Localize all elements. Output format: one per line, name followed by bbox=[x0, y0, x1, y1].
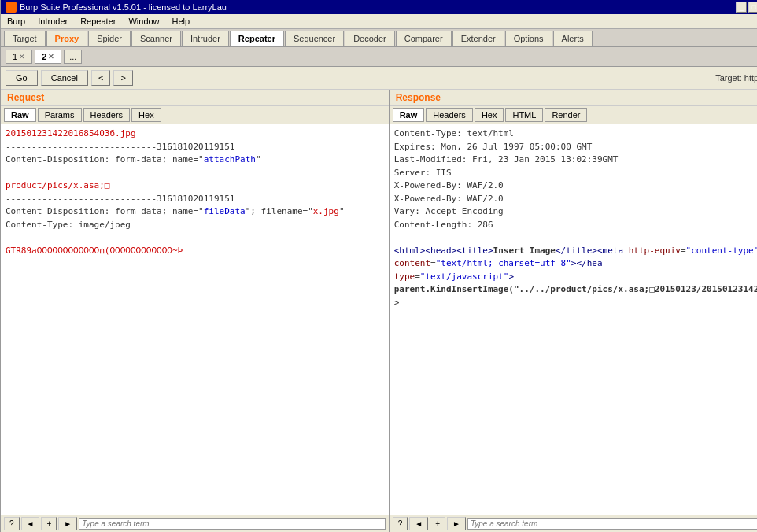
response-line-4: Server: IIS bbox=[394, 167, 757, 180]
response-search-next-plus[interactable]: + bbox=[430, 517, 445, 530]
response-tab-render[interactable]: Render bbox=[545, 108, 587, 122]
content-area: 1 ✕ 2 ✕ ... Go Cancel < > Target: http:/… bbox=[1, 47, 757, 532]
tab-extender[interactable]: Extender bbox=[452, 31, 504, 46]
response-search-input[interactable] bbox=[467, 518, 757, 530]
back-arrow[interactable]: < bbox=[91, 70, 110, 86]
tab1-close[interactable]: ✕ bbox=[19, 53, 25, 61]
repeater-tab-more[interactable]: ... bbox=[64, 50, 82, 64]
menu-window[interactable]: Window bbox=[125, 16, 162, 27]
menu-help[interactable]: Help bbox=[169, 16, 194, 27]
response-panel-content[interactable]: Content-Type: text/html Expires: Mon, 26… bbox=[390, 124, 757, 515]
tab-alerts[interactable]: Alerts bbox=[553, 31, 593, 46]
request-tab-hex[interactable]: Hex bbox=[131, 108, 161, 122]
request-line-4 bbox=[6, 167, 384, 180]
burp-main: Burp Suite Professional v1.5.01 - licens… bbox=[1, 0, 757, 532]
response-line-10: <html><head><title>Insert Image</title><… bbox=[394, 245, 757, 271]
response-search-bar: ? ◄ + ► bbox=[390, 515, 757, 532]
request-search-next-plus[interactable]: + bbox=[41, 517, 57, 530]
request-search-bar: ? ◄ + ► bbox=[1, 515, 389, 532]
main-tab-bar: Target Proxy Spider Scanner Intruder Rep… bbox=[1, 29, 757, 47]
tab-repeater[interactable]: Repeater bbox=[230, 31, 284, 46]
response-line-9 bbox=[394, 231, 757, 245]
response-line-7: Vary: Accept-Encoding bbox=[394, 205, 757, 219]
request-response-panels: Request Raw Params Headers Hex 201501231… bbox=[1, 90, 757, 532]
response-line-6: X-Powered-By: WAF/2.0 bbox=[394, 193, 757, 206]
tab-scanner[interactable]: Scanner bbox=[131, 31, 181, 46]
forward-arrow[interactable]: > bbox=[113, 70, 132, 86]
response-line-13: > bbox=[394, 297, 757, 310]
request-tab-raw[interactable]: Raw bbox=[4, 108, 36, 122]
tab-sequencer[interactable]: Sequencer bbox=[285, 31, 344, 46]
request-panel: Request Raw Params Headers Hex 201501231… bbox=[1, 90, 390, 532]
response-line-5: X-Powered-By: WAF/2.0 bbox=[394, 179, 757, 193]
repeater-toolbar: Go Cancel < > Target: http://w bbox=[1, 67, 757, 90]
request-search-next[interactable]: ► bbox=[58, 517, 77, 530]
tab-intruder[interactable]: Intruder bbox=[182, 31, 229, 46]
target-label: Target: http://w bbox=[715, 73, 757, 83]
response-line-11: type="text/javascript"> bbox=[394, 271, 757, 284]
request-tab-headers[interactable]: Headers bbox=[83, 108, 131, 122]
tab-decoder[interactable]: Decoder bbox=[345, 31, 395, 46]
request-search-question[interactable]: ? bbox=[4, 517, 20, 530]
response-line-2: Expires: Mon, 26 Jul 1997 05:00:00 GMT bbox=[394, 141, 757, 154]
response-search-next[interactable]: ► bbox=[447, 517, 466, 530]
response-panel-title: Response bbox=[390, 90, 757, 106]
window-controls: _ □ ✕ bbox=[736, 2, 757, 13]
request-line-10: GTR89aΩΩΩΩΩΩΩΩΩΩΩΩ∩(ΩΩΩΩΩΩΩΩΩΩΩΩ~Þ bbox=[6, 245, 384, 258]
request-line-2: -----------------------------31618102011… bbox=[6, 141, 384, 154]
burp-menu-bar: Burp Intruder Repeater Window Help bbox=[1, 14, 757, 29]
request-tab-params[interactable]: Params bbox=[38, 108, 82, 122]
repeater-tab-2[interactable]: 2 ✕ bbox=[35, 50, 61, 64]
request-line-5: product/pics/x.asa;□ bbox=[6, 179, 384, 193]
tab-comparer[interactable]: Comparer bbox=[396, 31, 452, 46]
response-panel: Response Raw Headers Hex HTML Render Con… bbox=[390, 90, 757, 532]
go-button[interactable]: Go bbox=[6, 70, 38, 86]
repeater-tab-1[interactable]: 1 ✕ bbox=[6, 50, 32, 64]
tab-target[interactable]: Target bbox=[4, 31, 46, 46]
tab-options[interactable]: Options bbox=[505, 31, 552, 46]
title-bar-left: Burp Suite Professional v1.5.01 - licens… bbox=[6, 2, 227, 13]
request-line-1: 20150123142201685403б.jpg bbox=[6, 127, 384, 141]
request-panel-content[interactable]: 20150123142201685403б.jpg --------------… bbox=[1, 124, 389, 515]
request-panel-tabs: Raw Params Headers Hex bbox=[1, 106, 389, 124]
minimize-button[interactable]: _ bbox=[736, 2, 747, 13]
burp-icon bbox=[6, 2, 17, 13]
response-line-3: Last-Modified: Fri, 23 Jan 2015 13:02:39… bbox=[394, 153, 757, 167]
response-line-12: parent.KindInsertImage("../../product/pi… bbox=[394, 283, 757, 297]
request-panel-title: Request bbox=[1, 90, 389, 106]
tab-proxy[interactable]: Proxy bbox=[46, 31, 88, 46]
response-panel-tabs: Raw Headers Hex HTML Render bbox=[390, 106, 757, 124]
request-line-7: Content-Disposition: form-data; name="fi… bbox=[6, 205, 384, 219]
response-line-1: Content-Type: text/html bbox=[394, 127, 757, 141]
response-search-prev[interactable]: ◄ bbox=[409, 517, 428, 530]
response-tab-raw[interactable]: Raw bbox=[393, 108, 425, 122]
request-line-3: Content-Disposition: form-data; name="at… bbox=[6, 153, 384, 167]
burp-title: Burp Suite Professional v1.5.01 - licens… bbox=[20, 2, 227, 12]
response-tab-html[interactable]: HTML bbox=[505, 108, 543, 122]
repeater-tab-bar: 1 ✕ 2 ✕ ... bbox=[1, 47, 757, 67]
burp-title-bar: Burp Suite Professional v1.5.01 - licens… bbox=[1, 0, 757, 14]
tab2-close[interactable]: ✕ bbox=[48, 53, 54, 61]
response-line-8: Content-Length: 286 bbox=[394, 219, 757, 232]
menu-intruder[interactable]: Intruder bbox=[35, 16, 71, 27]
maximize-button[interactable]: □ bbox=[748, 2, 757, 13]
request-line-8: Content-Type: image/jpeg bbox=[6, 219, 384, 232]
tab-spider[interactable]: Spider bbox=[88, 31, 131, 46]
menu-burp[interactable]: Burp bbox=[4, 16, 28, 27]
request-search-prev[interactable]: ◄ bbox=[21, 517, 40, 530]
request-line-6: -----------------------------31618102011… bbox=[6, 193, 384, 206]
response-search-question[interactable]: ? bbox=[393, 517, 408, 530]
response-tab-hex[interactable]: Hex bbox=[475, 108, 504, 122]
menu-repeater[interactable]: Repeater bbox=[77, 16, 119, 27]
response-tab-headers[interactable]: Headers bbox=[426, 108, 473, 122]
cancel-button[interactable]: Cancel bbox=[41, 70, 88, 86]
request-line-9 bbox=[6, 231, 384, 245]
request-search-input[interactable] bbox=[79, 518, 385, 530]
